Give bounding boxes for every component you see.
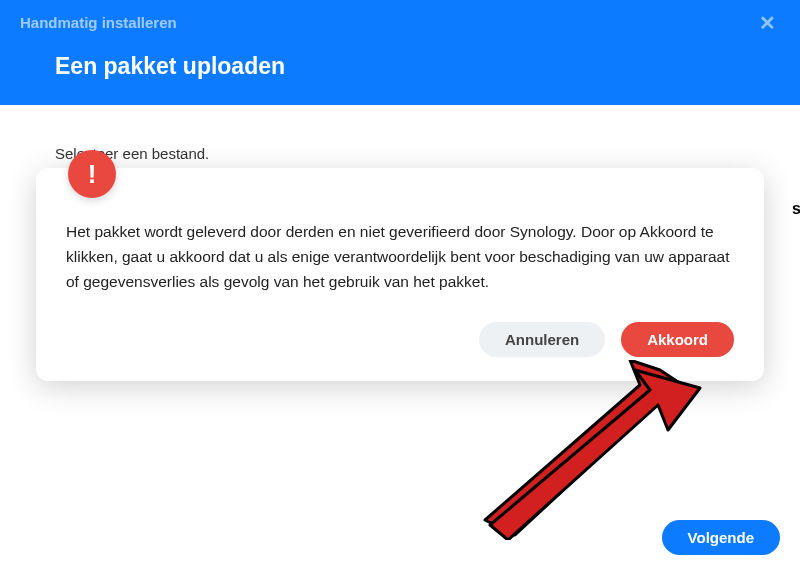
- accept-button[interactable]: Akkoord: [621, 322, 734, 357]
- header-main: Een pakket uploaden: [0, 35, 800, 80]
- cancel-button[interactable]: Annuleren: [479, 322, 605, 357]
- dialog-message: Het pakket wordt geleverd door derden en…: [66, 220, 734, 294]
- header-breadcrumb: Handmatig installeren: [20, 14, 177, 31]
- dialog-actions: Annuleren Akkoord: [66, 322, 734, 357]
- next-button[interactable]: Volgende: [662, 520, 780, 555]
- page-title: Een pakket uploaden: [55, 53, 285, 79]
- header-top-bar: Handmatig installeren ✕: [0, 0, 800, 35]
- instruction-text: Selecteer een bestand.: [55, 145, 745, 162]
- confirm-dialog: Het pakket wordt geleverd door derden en…: [36, 168, 764, 381]
- background-fragment: s: [792, 200, 800, 218]
- close-icon[interactable]: ✕: [755, 11, 780, 35]
- window-header: Handmatig installeren ✕ Een pakket uploa…: [0, 0, 800, 105]
- window-footer: Volgende: [662, 520, 780, 555]
- install-window: Handmatig installeren ✕ Een pakket uploa…: [0, 0, 800, 573]
- warning-icon: !: [68, 150, 116, 198]
- warning-glyph: !: [88, 159, 97, 190]
